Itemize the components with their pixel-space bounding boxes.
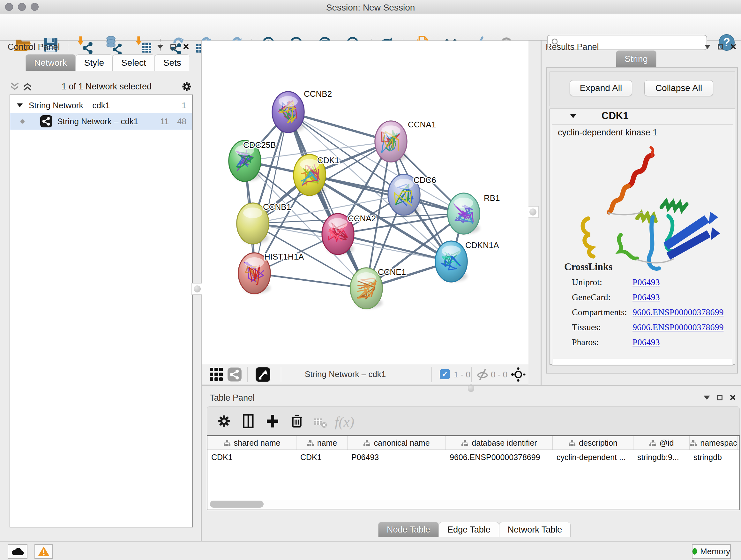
column-header-namespac[interactable]: namespac (690, 436, 738, 449)
grid-view-icon[interactable] (209, 367, 224, 382)
crosslink-link[interactable]: 9606.ENSP00000378699 (632, 322, 724, 332)
column-type-icon (461, 440, 468, 446)
network-edge-HIST1H1A-CCNE1[interactable] (254, 273, 366, 288)
network-canvas[interactable]: CCNB2CCNA1CDC25BCDK1CDC6RB1CCNB1CCNA2CDK… (202, 41, 529, 364)
crosslink-label: Compartments: (572, 307, 632, 317)
tab-edge-table[interactable]: Edge Table (439, 522, 499, 537)
node-label-CCNA2: CCNA2 (348, 213, 376, 223)
crosslink-row: Compartments:9606.ENSP00000378699 (572, 307, 724, 317)
string-view-icon[interactable] (227, 367, 242, 382)
node-table[interactable]: shared namenamecanonical namedatabase id… (207, 435, 740, 510)
network-node-RB1[interactable]: RB1 (448, 193, 500, 235)
table-cell[interactable]: 9606.ENSP00000378699 (446, 450, 553, 464)
delete-column-icon[interactable] (289, 413, 305, 429)
column-header-@id[interactable]: @id (633, 436, 690, 449)
node-label-CCNB1: CCNB1 (263, 202, 291, 212)
main-toolbar: ? (0, 14, 741, 41)
float-panel-icon[interactable] (171, 44, 176, 50)
table-tabs: Node TableEdge TableNetwork Table (378, 522, 570, 537)
table-horizontal-scrollbar[interactable] (208, 500, 738, 508)
network-node-HIST1H1A[interactable]: HIST1H1A (238, 252, 304, 294)
window-title: Session: New Session (0, 3, 741, 13)
float-panel-icon[interactable] (718, 44, 723, 50)
warnings-button[interactable] (35, 544, 53, 559)
show-columns-icon[interactable] (240, 413, 256, 429)
crosslink-link[interactable]: P06493 (632, 337, 660, 348)
table-cell[interactable]: stringdb (690, 450, 738, 464)
collapse-panel-icon[interactable] (157, 45, 163, 49)
table-splitter[interactable] (202, 385, 741, 386)
tab-node-table[interactable]: Node Table (378, 522, 439, 537)
hidden-eye-icon[interactable] (476, 368, 489, 381)
selected-nodes-checkbox[interactable]: ✓ (440, 369, 450, 379)
collapse-gene-icon[interactable] (569, 113, 577, 119)
column-header-canonical-name[interactable]: canonical name (347, 436, 446, 449)
scrollbar-thumb[interactable] (210, 501, 264, 508)
column-header-shared-name[interactable]: shared name (207, 436, 296, 449)
network-node-CCNA2[interactable]: CCNA2 (322, 213, 376, 255)
tab-sets[interactable]: Sets (155, 54, 190, 71)
results-panel: Results Panel String Expand All Collapse… (542, 42, 741, 385)
close-panel-icon[interactable] (730, 44, 737, 50)
table-panel-title: Table Panel (210, 393, 255, 403)
tab-network-table[interactable]: Network Table (499, 522, 571, 537)
fit-content-crosshair-icon[interactable] (511, 367, 526, 382)
crosslink-link[interactable]: P06493 (632, 277, 660, 287)
node-label-CCNE1: CCNE1 (378, 267, 406, 277)
network-collection-row[interactable]: String Network – cdk1 1 (10, 98, 192, 113)
crosslink-label: Tissues: (572, 322, 632, 332)
collapse-panel-icon[interactable] (704, 45, 711, 49)
tab-network[interactable]: Network (25, 54, 76, 71)
memory-button[interactable]: Memory (692, 544, 731, 559)
table-cell[interactable]: CDK1 (296, 450, 347, 464)
collapse-all-button[interactable]: Collapse All (644, 80, 713, 96)
table-row[interactable]: CDK1CDK1P064939606.ENSP00000378699cyclin… (207, 450, 739, 464)
crosslink-link[interactable]: P06493 (632, 292, 660, 302)
column-type-icon (223, 440, 231, 446)
column-header-name[interactable]: name (296, 436, 347, 449)
close-panel-icon[interactable] (183, 44, 189, 50)
tree-expand-icon[interactable] (17, 103, 23, 108)
title-bar: Session: New Session (0, 0, 741, 14)
expand-all-button[interactable]: Expand All (569, 80, 632, 96)
table-cell[interactable]: P06493 (347, 450, 446, 464)
column-header-description[interactable]: description (553, 436, 633, 449)
column-header-database-identifier[interactable]: database identifier (446, 436, 553, 449)
table-options-gear-icon[interactable] (216, 413, 232, 429)
add-column-icon[interactable] (265, 413, 280, 429)
table-cell[interactable]: cyclin-dependent ... (553, 450, 633, 464)
network-edge-CDK1-RB1[interactable] (310, 175, 464, 213)
table-toolbar: f(x) (207, 407, 740, 435)
table-header-row: shared namenamecanonical namedatabase id… (207, 436, 739, 450)
close-panel-icon[interactable] (730, 394, 736, 401)
crosslinks-title: CrossLinks (564, 261, 612, 273)
cloud-button[interactable] (8, 544, 27, 559)
network-list: String Network – cdk1 1 String Network –… (10, 95, 193, 527)
right-splitter-handle[interactable] (527, 206, 539, 218)
crosslink-row: GeneCard:P06493 (572, 292, 660, 302)
float-panel-icon[interactable] (717, 395, 723, 400)
tab-select[interactable]: Select (113, 54, 155, 71)
birdseye-view-icon[interactable] (255, 367, 271, 382)
collection-count: 1 (182, 101, 186, 111)
network-options-gear-icon[interactable] (181, 80, 193, 92)
collapse-panel-icon[interactable] (704, 395, 710, 400)
network-node-CDC6[interactable]: CDC6 (388, 174, 436, 216)
tab-string-results[interactable]: String (616, 51, 657, 67)
left-splitter-handle[interactable] (192, 283, 203, 295)
node-label-CDK1: CDK1 (317, 155, 339, 165)
crosslink-link[interactable]: 9606.ENSP00000378699 (632, 307, 724, 317)
table-cell[interactable]: CDK1 (207, 450, 296, 464)
status-bar: Memory (0, 541, 741, 560)
expand-all-networks-icon[interactable] (22, 81, 32, 91)
tab-style[interactable]: Style (76, 54, 113, 71)
network-row-selected[interactable]: String Network – cdk1 11 48 (10, 113, 192, 130)
network-edge-CCNB2-HIST1H1A[interactable] (254, 112, 288, 273)
node-label-CDC25B: CDC25B (243, 140, 276, 150)
gene-name: CDK1 (602, 110, 628, 122)
right-splitter[interactable] (541, 41, 542, 385)
string-results-container: Expand All Collapse All CDK1 cyclin-depe… (546, 67, 738, 374)
table-cell[interactable]: stringdb:9... (633, 450, 690, 464)
collapse-all-networks-icon[interactable] (10, 81, 20, 91)
network-node-CCNE1[interactable]: CCNE1 (350, 267, 406, 309)
